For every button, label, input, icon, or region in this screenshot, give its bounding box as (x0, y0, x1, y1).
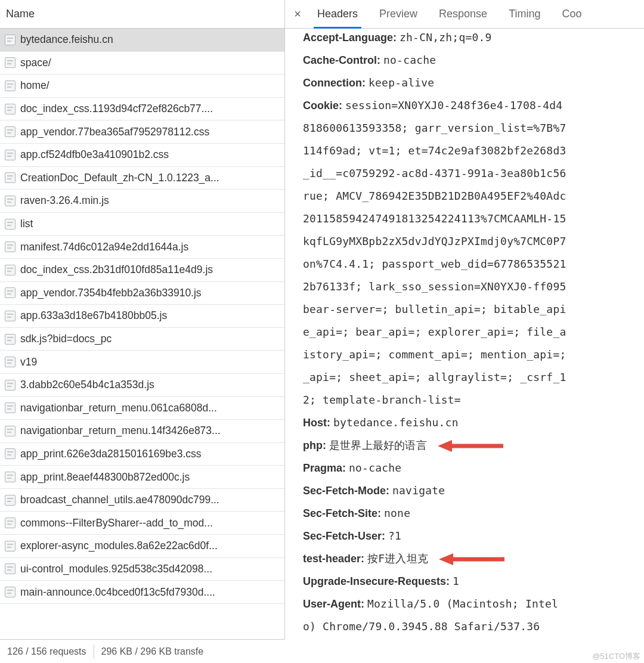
request-row[interactable]: app.633a3d18e67b4180bb05.js (0, 305, 284, 328)
header-line: test-header: 按F进入坦克 (303, 547, 644, 570)
status-transfer: 296 KB / 296 KB transfe (94, 646, 211, 657)
header-key: Cache-Control: (303, 54, 380, 66)
file-icon (5, 495, 16, 506)
file-icon (5, 126, 16, 137)
request-row[interactable]: space/ (0, 52, 284, 75)
request-name: home/ (20, 79, 49, 92)
file-icon (5, 150, 16, 160)
header-value: session=XN0YXJ0-248f36e4-1708-4d48186006… (303, 99, 566, 406)
request-row[interactable]: CreationDoc_Default_zh-CN_1.0.1223_a... (0, 167, 284, 190)
request-row[interactable]: sdk.js?bid=docs_pc (0, 328, 284, 351)
header-key: php: (303, 439, 326, 451)
header-key: Host: (303, 417, 330, 429)
request-row[interactable]: v19 (0, 351, 284, 374)
detail-pane: × HeadersPreviewResponseTimingCoo Accept… (285, 0, 644, 639)
request-name: app_vendor.7354b4febb2a36b33910.js (20, 287, 202, 299)
file-icon (5, 587, 16, 597)
file-icon (5, 219, 16, 230)
request-name: v19 (20, 356, 37, 368)
request-row[interactable]: broadcast_channel_utils.ae478090dc799... (0, 489, 284, 512)
watermark: @51CTO博客 (592, 651, 640, 662)
header-line: Sec-Fetch-Mode: navigate (303, 479, 644, 502)
request-row[interactable]: app_print.8eaef448300b872ed00c.js (0, 466, 284, 489)
file-icon (5, 357, 16, 367)
request-row[interactable]: home/ (0, 75, 284, 98)
header-key: Connection: (303, 77, 366, 89)
svg-marker-1 (438, 440, 452, 452)
request-row[interactable]: list (0, 213, 284, 236)
request-row[interactable]: navigationbar_return_menu.061ca6808d... (0, 397, 284, 420)
name-column-header[interactable]: Name (0, 0, 284, 29)
request-name: navigationbar_return_menu.14f3426e873... (20, 425, 221, 437)
tab-timing[interactable]: Timing (498, 0, 551, 28)
network-request-list: Name bytedance.feishu.cnspace/home/doc_i… (0, 0, 285, 639)
file-icon (5, 80, 16, 91)
tab-headers[interactable]: Headers (306, 0, 369, 28)
file-icon (5, 402, 16, 413)
file-icon (5, 57, 16, 68)
request-name: main-announce.0c4bced0f13c5fd7930d.... (20, 586, 215, 599)
detail-tabs: × HeadersPreviewResponseTimingCoo (285, 0, 644, 29)
request-row[interactable]: main-announce.0c4bced0f13c5fd7930d.... (0, 581, 284, 604)
header-value: keep-alive (369, 76, 434, 89)
header-value: no-cache (349, 461, 401, 474)
svg-marker-3 (439, 553, 453, 565)
request-row[interactable]: doc_index_css.1193d94cf72ef826cb77.... (0, 98, 284, 121)
file-icon (5, 380, 16, 391)
header-line: Sec-Fetch-Site: none (303, 502, 644, 525)
request-row[interactable]: bytedance.feishu.cn (0, 29, 284, 52)
request-row[interactable]: 3.dabb2c60e54b4c1a353d.js (0, 374, 284, 397)
header-line: Cookie: session=XN0YXJ0-248f36e4-1708-4d… (303, 94, 644, 411)
header-value: none (384, 507, 410, 519)
request-name: doc_index_css.2b31df010fd85a11e4d9.js (20, 264, 213, 276)
file-icon (5, 518, 16, 528)
header-line: Sec-Fetch-User: ?1 (303, 525, 644, 547)
request-row[interactable]: doc_index_css.2b31df010fd85a11e4d9.js (0, 259, 284, 282)
request-name: ui-control_modules.925d538c35d42098... (20, 563, 212, 575)
tab-preview[interactable]: Preview (369, 0, 428, 28)
request-name: app_print.8eaef448300b872ed00c.js (20, 471, 190, 484)
annotation-arrow-icon (439, 552, 504, 567)
file-icon (5, 448, 16, 459)
request-name: bytedance.feishu.cn (20, 33, 113, 46)
close-icon[interactable]: × (289, 7, 306, 21)
header-key: Upgrade-Insecure-Requests: (303, 575, 450, 587)
request-row[interactable]: commons--FilterBySharer--add_to_mod... (0, 512, 284, 535)
header-key: test-header: (303, 553, 364, 565)
header-key: Pragma: (303, 462, 346, 474)
request-row[interactable]: ui-control_modules.925d538c35d42098... (0, 558, 284, 581)
request-row[interactable]: explorer-async_modules.8a62e22ac6d0f... (0, 535, 284, 558)
request-row[interactable]: app_print.626e3da2815016169be3.css (0, 443, 284, 466)
request-name: sdk.js?bid=docs_pc (20, 333, 112, 345)
request-row[interactable]: app.cf524dfb0e3a410901b2.css (0, 144, 284, 167)
request-name: commons--FilterBySharer--add_to_mod... (20, 517, 213, 529)
name-column-header-label: Name (6, 8, 35, 20)
file-icon (5, 265, 16, 275)
file-icon (5, 287, 16, 298)
headers-panel: Accept-Language: zh-CN,zh;q=0.9Cache-Con… (285, 29, 644, 639)
request-row[interactable]: app_vendor.77bea365af7952978112.css (0, 120, 284, 144)
request-row[interactable]: app_vendor.7354b4febb2a36b33910.js (0, 282, 284, 305)
file-icon (5, 311, 16, 321)
file-icon (5, 563, 16, 574)
request-row[interactable]: navigationbar_return_menu.14f3426e873... (0, 420, 284, 443)
header-value: bytedance.feishu.cn (333, 416, 459, 429)
request-row[interactable]: manifest.74d6c012a94e2dd1644a.js (0, 236, 284, 259)
file-icon (5, 172, 16, 183)
tab-response[interactable]: Response (428, 0, 498, 28)
file-icon (5, 196, 16, 206)
header-key: Accept-Language: (303, 32, 397, 44)
header-line: User-Agent: Mozilla/5.0 (Macintosh; Inte… (303, 593, 644, 638)
header-key: Sec-Fetch-User: (303, 530, 385, 542)
request-name: manifest.74d6c012a94e2dd1644a.js (20, 241, 188, 253)
request-name: list (20, 218, 33, 230)
header-line: Pragma: no-cache (303, 457, 644, 479)
header-key: User-Agent: (303, 598, 364, 610)
request-row[interactable]: raven-3.26.4.min.js (0, 190, 284, 213)
request-name: app_print.626e3da2815016169be3.css (20, 448, 202, 460)
status-requests: 126 / 156 requests (0, 646, 94, 657)
header-line: Host: bytedance.feishu.cn (303, 411, 644, 434)
tab-coo[interactable]: Coo (551, 0, 592, 28)
header-key: Sec-Fetch-Site: (303, 507, 381, 519)
file-icon (5, 104, 16, 114)
